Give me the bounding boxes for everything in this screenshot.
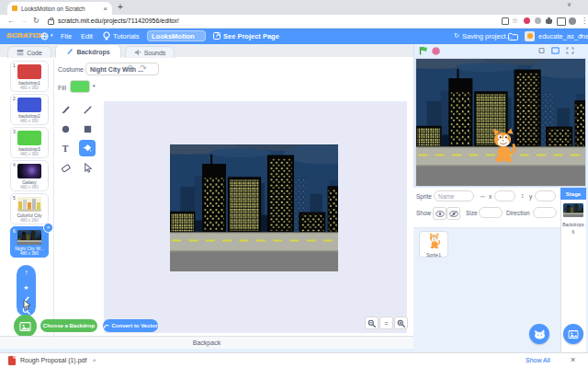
backpack-bar[interactable]: Backpack [0, 336, 413, 349]
choose-backdrop-main-button[interactable] [14, 315, 37, 338]
back-icon[interactable]: ← [7, 17, 15, 25]
downloads-close-icon[interactable]: × [571, 355, 575, 364]
convert-to-vector-label: Convert to Vector [111, 323, 157, 328]
y-label: y [529, 193, 532, 200]
profile-avatar[interactable] [569, 17, 576, 25]
reload-icon[interactable]: ↻ [33, 17, 40, 25]
stage[interactable] [415, 58, 586, 187]
add-backdrop-picture-icon [568, 330, 579, 339]
saving-status: Saving project… [462, 32, 513, 40]
stage-cat-sprite[interactable] [490, 127, 516, 165]
backdrop-item-3[interactable]: 3 backdrop3 480 x 360 [10, 127, 49, 158]
download-caret-icon[interactable]: ^ [93, 358, 96, 364]
tab-backdrops[interactable]: Backdrops [55, 44, 121, 58]
stage-backdrops-label: Backdrops [560, 222, 586, 227]
tutorials-bulb-icon [103, 31, 110, 40]
pdf-file-icon-fold [13, 356, 16, 359]
size-input[interactable] [479, 207, 503, 218]
costume-label: Costume [58, 66, 84, 73]
menu-file[interactable]: File [61, 32, 72, 40]
side-panel-icon[interactable] [557, 17, 566, 26]
sprite-card-sprite1[interactable]: Sprite1 [419, 231, 448, 258]
sprite-label: Sprite [416, 193, 432, 200]
large-stage-icon[interactable] [551, 47, 560, 54]
extension-red-icon[interactable] [524, 17, 530, 24]
zoom-in-button[interactable] [394, 316, 408, 329]
download-file-name[interactable]: Rough Proposal (1).pdf [20, 357, 86, 363]
tab-close-icon[interactable]: × [103, 5, 107, 13]
small-stage-icon[interactable] [537, 47, 546, 54]
sprite-name-input[interactable]: Name [434, 190, 474, 201]
window-controls-chevron-icon[interactable]: ∨ [567, 1, 571, 8]
delete-backdrop-badge[interactable]: × [43, 223, 53, 233]
forward-icon[interactable]: → [20, 17, 28, 25]
scratch-logo[interactable]: SCRATCH [6, 31, 44, 40]
choose-backdrop-button[interactable]: Choose a Backdrop [40, 319, 97, 332]
y-arrow-icon: ↕ [521, 192, 525, 199]
my-stuff-folder-icon[interactable] [508, 33, 518, 40]
new-tab-button[interactable]: + [118, 2, 123, 12]
tool-line[interactable] [79, 101, 96, 118]
url-text[interactable]: scratch.mit.edu/projects/711420956/edito… [58, 17, 179, 24]
account-avatar-cat [527, 33, 533, 39]
language-globe-icon[interactable] [40, 32, 49, 40]
fill-color-swatch[interactable] [70, 80, 90, 93]
tool-select[interactable] [79, 159, 96, 176]
tab-backdrops-label: Backdrops [76, 49, 109, 55]
tool-circle[interactable] [57, 121, 74, 137]
convert-to-vector-button[interactable]: Convert to Vector [103, 319, 158, 332]
bookmark-star-icon[interactable]: ☆ [512, 17, 518, 25]
extension-gray-icon[interactable] [535, 17, 541, 24]
undo-icon[interactable]: ↶ [126, 63, 133, 73]
tab-sounds[interactable]: Sounds [125, 46, 175, 58]
x-arrow-icon: ↔ [480, 192, 486, 199]
menu-edit[interactable]: Edit [81, 32, 93, 40]
backdrop-item-2[interactable]: 2 backdrop2 480 x 360 [10, 94, 49, 125]
surprise-backdrop-icon[interactable]: ★ [23, 282, 28, 293]
zoom-reset-button[interactable]: = [379, 316, 393, 329]
fullscreen-icon[interactable] [566, 47, 574, 54]
tool-brush[interactable] [57, 101, 74, 118]
downloads-show-all-link[interactable]: Show All [526, 357, 550, 363]
y-position-input[interactable] [535, 190, 556, 201]
stop-sign-icon[interactable] [432, 47, 440, 55]
favicon [12, 6, 17, 11]
backdrop-item-1[interactable]: 1 backdrop1 480 x 360 [10, 61, 49, 92]
add-backdrop-button[interactable] [563, 324, 583, 344]
redo-icon[interactable]: ↷ [140, 63, 147, 73]
direction-input[interactable] [533, 207, 557, 218]
menu-tutorials[interactable]: Tutorials [113, 32, 139, 40]
stage-header-label: Stage [566, 191, 581, 197]
backdrop-picture-icon [19, 322, 31, 331]
browser-tab[interactable]: LooksMotion on Scratch × [7, 2, 112, 15]
upload-backdrop-icon[interactable]: ↑ [25, 267, 28, 279]
share-icon[interactable] [502, 17, 509, 25]
tool-text[interactable]: T [57, 140, 74, 156]
vector-icon [103, 323, 109, 329]
add-sprite-button[interactable] [529, 324, 549, 344]
show-hidden-button[interactable] [447, 207, 460, 220]
project-name-input[interactable]: LooksMotion [147, 30, 206, 41]
show-visible-button[interactable] [433, 207, 447, 220]
backdrop-item-6-selected[interactable]: 6 Night City W... 480 x 360 [10, 226, 49, 258]
costume-name-input[interactable]: Night City With ... [85, 63, 159, 75]
kebab-menu-icon[interactable]: ⋮ [581, 17, 588, 25]
see-project-page-link[interactable]: See Project Page [223, 32, 279, 40]
backdrop-item-4[interactable]: 4 Galaxy 480 x 360 [10, 160, 49, 191]
zoom-out-button[interactable] [365, 316, 379, 329]
mouse-cursor [23, 300, 31, 310]
text-tool-glyph: T [62, 144, 69, 154]
tool-fill-selected[interactable] [79, 140, 96, 156]
green-flag-icon[interactable] [419, 46, 428, 55]
tool-rectangle[interactable] [79, 121, 96, 137]
lock-icon-shackle [50, 17, 53, 20]
x-position-input[interactable] [494, 190, 515, 201]
canvas-night-city-bitmap[interactable] [170, 144, 338, 271]
tool-eraser[interactable] [57, 159, 74, 176]
size-label: Size [466, 210, 478, 216]
choose-backdrop-label: Choose a Backdrop [43, 323, 95, 328]
tab-code[interactable]: Code [7, 46, 51, 58]
fill-caret-icon[interactable]: ▾ [93, 83, 96, 88]
backdrop-item-5[interactable]: 5 Colorful City 480 x 360 [10, 193, 49, 224]
stage-backdrop-thumbnail[interactable] [563, 203, 583, 217]
